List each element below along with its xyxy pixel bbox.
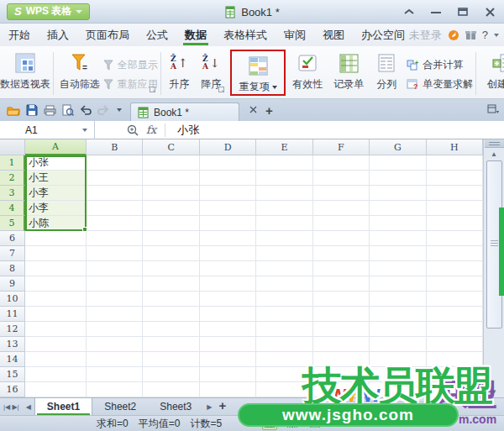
cell-E3[interactable] (256, 186, 312, 201)
page-break-view-button[interactable] (307, 418, 323, 430)
cell-A15[interactable] (25, 367, 87, 382)
cell-C6[interactable] (143, 231, 199, 246)
goal-seek-button[interactable]: ? 单变量求解 (407, 77, 473, 92)
cell-C14[interactable] (143, 352, 199, 367)
cell-G10[interactable] (370, 292, 426, 307)
cell-E13[interactable] (256, 337, 312, 352)
name-box-dropdown-icon[interactable] (82, 129, 87, 132)
cell-B10[interactable] (87, 292, 143, 307)
cell-B5[interactable] (87, 216, 143, 231)
sheet-tab-sheet2[interactable]: Sheet2 (92, 398, 148, 415)
add-sheet-button[interactable]: + (218, 398, 226, 415)
new-tab-button[interactable]: + (265, 103, 273, 118)
cell-D8[interactable] (200, 261, 256, 276)
column-header-G[interactable]: G (370, 139, 426, 155)
row-header-4[interactable]: 4 (0, 201, 25, 216)
cell-C12[interactable] (143, 322, 199, 337)
first-sheet-button[interactable]: |◀ ▶| (0, 398, 23, 415)
row-header-5[interactable]: 5 (0, 216, 25, 231)
cell-E14[interactable] (256, 352, 312, 367)
cell-F3[interactable] (313, 186, 370, 201)
cell-C5[interactable] (143, 216, 199, 231)
cell-B14[interactable] (87, 352, 143, 367)
horizontal-scroll-track[interactable] (302, 402, 428, 413)
print-preview-icon[interactable] (62, 104, 74, 116)
cell-H10[interactable] (427, 292, 483, 307)
document-tab[interactable]: Book1 * (130, 102, 239, 121)
cell-G4[interactable] (370, 201, 426, 216)
cell-H2[interactable] (427, 171, 483, 186)
row-header-16[interactable]: 16 (0, 382, 25, 397)
row-header-8[interactable]: 8 (0, 261, 25, 276)
cell-H5[interactable] (427, 216, 483, 231)
cell-E6[interactable] (256, 231, 312, 246)
cell-B13[interactable] (87, 337, 143, 352)
cell-A9[interactable] (25, 276, 87, 292)
cell-G14[interactable] (370, 352, 426, 367)
row-header-10[interactable]: 10 (0, 292, 25, 307)
cell-H3[interactable] (427, 186, 483, 201)
cell-G1[interactable] (370, 155, 426, 171)
cell-G5[interactable] (370, 216, 426, 231)
cell-A1[interactable]: 小张 (25, 155, 87, 171)
cell-C4[interactable] (143, 201, 199, 216)
cell-A5[interactable]: 小陈 (25, 216, 87, 231)
cell-C10[interactable] (143, 292, 199, 307)
row-header-7[interactable]: 7 (0, 246, 25, 261)
tab-formulas[interactable]: 公式 (138, 24, 176, 46)
column-header-D[interactable]: D (200, 139, 256, 155)
create-group-button[interactable]: 创建组 (479, 49, 504, 98)
sort-ascending-button[interactable]: Z̄A↑ 升序 (163, 49, 195, 98)
cell-G11[interactable] (370, 307, 426, 322)
cell-G2[interactable] (370, 171, 426, 186)
column-header-F[interactable]: F (313, 139, 370, 155)
cell-B1[interactable] (87, 155, 143, 171)
cell-C3[interactable] (143, 186, 199, 201)
cell-G13[interactable] (370, 337, 426, 352)
record-form-button[interactable]: 记录单 (328, 49, 370, 98)
cell-F2[interactable] (313, 171, 370, 186)
cell-A6[interactable] (25, 231, 87, 246)
column-header-B[interactable]: B (87, 139, 143, 155)
cell-D9[interactable] (200, 276, 256, 292)
cell-G7[interactable] (370, 246, 426, 261)
cell-F15[interactable] (313, 367, 370, 382)
cell-A8[interactable] (25, 261, 87, 276)
cell-A14[interactable] (25, 352, 87, 367)
tab-data[interactable]: 数据 (176, 24, 215, 46)
cell-B16[interactable] (87, 382, 143, 397)
cell-H4[interactable] (427, 201, 483, 216)
cell-H11[interactable] (427, 307, 483, 322)
formula-bar-value[interactable]: 小张 (165, 123, 199, 138)
previous-sheet-button[interactable]: ◀ (23, 398, 34, 415)
cell-C1[interactable] (143, 155, 199, 171)
cell-C7[interactable] (143, 246, 199, 261)
cell-D13[interactable] (200, 337, 256, 352)
normal-view-button[interactable] (262, 418, 277, 430)
row-header-12[interactable]: 12 (0, 322, 25, 337)
cell-F16[interactable] (313, 382, 370, 397)
cell-E16[interactable] (256, 382, 312, 397)
cell-D14[interactable] (200, 352, 256, 367)
cell-B2[interactable] (87, 171, 143, 186)
row-header-14[interactable]: 14 (0, 352, 25, 367)
cell-G6[interactable] (370, 231, 426, 246)
page-layout-view-button[interactable] (285, 418, 300, 430)
cell-A10[interactable] (25, 292, 87, 307)
row-header-6[interactable]: 6 (0, 231, 25, 246)
cell-A4[interactable]: 小李 (25, 201, 87, 216)
cell-F11[interactable] (313, 307, 370, 322)
cell-H16[interactable] (427, 382, 483, 397)
cell-F12[interactable] (313, 322, 370, 337)
cell-B12[interactable] (87, 322, 143, 337)
cell-D3[interactable] (200, 186, 256, 201)
cell-H6[interactable] (427, 231, 483, 246)
tab-list-button[interactable] (487, 104, 499, 117)
cell-F5[interactable] (313, 216, 370, 231)
validity-button[interactable]: 有效性 (287, 49, 328, 98)
collapse-ribbon-button[interactable] (400, 4, 418, 19)
column-header-C[interactable]: C (143, 139, 199, 155)
cell-F9[interactable] (313, 276, 370, 292)
close-button[interactable] (480, 4, 499, 19)
cell-A12[interactable] (25, 322, 87, 337)
